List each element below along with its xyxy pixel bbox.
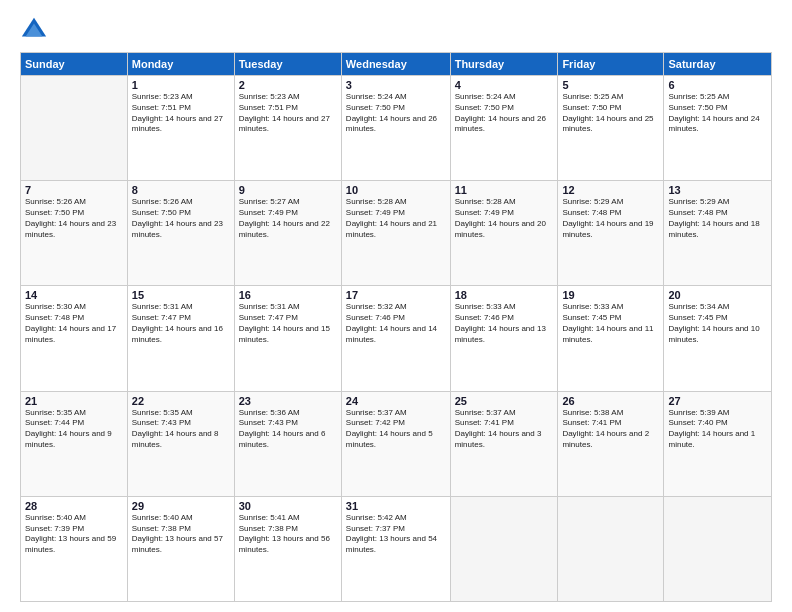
cell-info: Sunrise: 5:42 AM Sunset: 7:37 PM Dayligh… [346, 513, 446, 556]
weekday-header-row: SundayMondayTuesdayWednesdayThursdayFrid… [21, 53, 772, 76]
cell-info: Sunrise: 5:26 AM Sunset: 7:50 PM Dayligh… [132, 197, 230, 240]
cell-info: Sunrise: 5:40 AM Sunset: 7:39 PM Dayligh… [25, 513, 123, 556]
calendar-cell: 22Sunrise: 5:35 AM Sunset: 7:43 PM Dayli… [127, 391, 234, 496]
day-number: 18 [455, 289, 554, 301]
calendar-cell: 9Sunrise: 5:27 AM Sunset: 7:49 PM Daylig… [234, 181, 341, 286]
day-number: 12 [562, 184, 659, 196]
cell-info: Sunrise: 5:33 AM Sunset: 7:46 PM Dayligh… [455, 302, 554, 345]
day-number: 31 [346, 500, 446, 512]
cell-info: Sunrise: 5:24 AM Sunset: 7:50 PM Dayligh… [455, 92, 554, 135]
calendar-cell: 17Sunrise: 5:32 AM Sunset: 7:46 PM Dayli… [341, 286, 450, 391]
weekday-header-thursday: Thursday [450, 53, 558, 76]
cell-info: Sunrise: 5:35 AM Sunset: 7:44 PM Dayligh… [25, 408, 123, 451]
calendar-cell: 30Sunrise: 5:41 AM Sunset: 7:38 PM Dayli… [234, 496, 341, 601]
weekday-header-monday: Monday [127, 53, 234, 76]
weekday-header-sunday: Sunday [21, 53, 128, 76]
logo-icon [20, 16, 48, 44]
calendar-cell: 13Sunrise: 5:29 AM Sunset: 7:48 PM Dayli… [664, 181, 772, 286]
calendar-cell: 5Sunrise: 5:25 AM Sunset: 7:50 PM Daylig… [558, 76, 664, 181]
calendar-week-4: 28Sunrise: 5:40 AM Sunset: 7:39 PM Dayli… [21, 496, 772, 601]
day-number: 27 [668, 395, 767, 407]
day-number: 23 [239, 395, 337, 407]
weekday-header-saturday: Saturday [664, 53, 772, 76]
cell-info: Sunrise: 5:31 AM Sunset: 7:47 PM Dayligh… [132, 302, 230, 345]
cell-info: Sunrise: 5:28 AM Sunset: 7:49 PM Dayligh… [455, 197, 554, 240]
calendar-week-0: 1Sunrise: 5:23 AM Sunset: 7:51 PM Daylig… [21, 76, 772, 181]
calendar-cell: 15Sunrise: 5:31 AM Sunset: 7:47 PM Dayli… [127, 286, 234, 391]
calendar-cell: 12Sunrise: 5:29 AM Sunset: 7:48 PM Dayli… [558, 181, 664, 286]
day-number: 25 [455, 395, 554, 407]
cell-info: Sunrise: 5:40 AM Sunset: 7:38 PM Dayligh… [132, 513, 230, 556]
calendar-cell: 4Sunrise: 5:24 AM Sunset: 7:50 PM Daylig… [450, 76, 558, 181]
cell-info: Sunrise: 5:41 AM Sunset: 7:38 PM Dayligh… [239, 513, 337, 556]
cell-info: Sunrise: 5:29 AM Sunset: 7:48 PM Dayligh… [562, 197, 659, 240]
calendar-week-3: 21Sunrise: 5:35 AM Sunset: 7:44 PM Dayli… [21, 391, 772, 496]
cell-info: Sunrise: 5:23 AM Sunset: 7:51 PM Dayligh… [132, 92, 230, 135]
day-number: 28 [25, 500, 123, 512]
cell-info: Sunrise: 5:30 AM Sunset: 7:48 PM Dayligh… [25, 302, 123, 345]
day-number: 22 [132, 395, 230, 407]
day-number: 16 [239, 289, 337, 301]
day-number: 8 [132, 184, 230, 196]
cell-info: Sunrise: 5:35 AM Sunset: 7:43 PM Dayligh… [132, 408, 230, 451]
cell-info: Sunrise: 5:37 AM Sunset: 7:41 PM Dayligh… [455, 408, 554, 451]
header [20, 16, 772, 44]
cell-info: Sunrise: 5:27 AM Sunset: 7:49 PM Dayligh… [239, 197, 337, 240]
cell-info: Sunrise: 5:33 AM Sunset: 7:45 PM Dayligh… [562, 302, 659, 345]
day-number: 10 [346, 184, 446, 196]
calendar-week-2: 14Sunrise: 5:30 AM Sunset: 7:48 PM Dayli… [21, 286, 772, 391]
calendar-cell: 6Sunrise: 5:25 AM Sunset: 7:50 PM Daylig… [664, 76, 772, 181]
weekday-header-wednesday: Wednesday [341, 53, 450, 76]
calendar-cell: 1Sunrise: 5:23 AM Sunset: 7:51 PM Daylig… [127, 76, 234, 181]
calendar-cell: 10Sunrise: 5:28 AM Sunset: 7:49 PM Dayli… [341, 181, 450, 286]
calendar-week-1: 7Sunrise: 5:26 AM Sunset: 7:50 PM Daylig… [21, 181, 772, 286]
day-number: 4 [455, 79, 554, 91]
day-number: 17 [346, 289, 446, 301]
calendar-cell: 29Sunrise: 5:40 AM Sunset: 7:38 PM Dayli… [127, 496, 234, 601]
day-number: 2 [239, 79, 337, 91]
calendar-cell [21, 76, 128, 181]
calendar-cell: 25Sunrise: 5:37 AM Sunset: 7:41 PM Dayli… [450, 391, 558, 496]
calendar-cell: 8Sunrise: 5:26 AM Sunset: 7:50 PM Daylig… [127, 181, 234, 286]
calendar-cell: 27Sunrise: 5:39 AM Sunset: 7:40 PM Dayli… [664, 391, 772, 496]
cell-info: Sunrise: 5:31 AM Sunset: 7:47 PM Dayligh… [239, 302, 337, 345]
calendar-cell: 2Sunrise: 5:23 AM Sunset: 7:51 PM Daylig… [234, 76, 341, 181]
calendar-cell: 28Sunrise: 5:40 AM Sunset: 7:39 PM Dayli… [21, 496, 128, 601]
logo [20, 16, 52, 44]
cell-info: Sunrise: 5:39 AM Sunset: 7:40 PM Dayligh… [668, 408, 767, 451]
calendar-cell: 14Sunrise: 5:30 AM Sunset: 7:48 PM Dayli… [21, 286, 128, 391]
calendar-cell: 23Sunrise: 5:36 AM Sunset: 7:43 PM Dayli… [234, 391, 341, 496]
calendar-cell [558, 496, 664, 601]
day-number: 1 [132, 79, 230, 91]
calendar-cell: 11Sunrise: 5:28 AM Sunset: 7:49 PM Dayli… [450, 181, 558, 286]
day-number: 7 [25, 184, 123, 196]
cell-info: Sunrise: 5:34 AM Sunset: 7:45 PM Dayligh… [668, 302, 767, 345]
calendar-cell: 31Sunrise: 5:42 AM Sunset: 7:37 PM Dayli… [341, 496, 450, 601]
day-number: 20 [668, 289, 767, 301]
day-number: 15 [132, 289, 230, 301]
calendar-cell: 21Sunrise: 5:35 AM Sunset: 7:44 PM Dayli… [21, 391, 128, 496]
day-number: 9 [239, 184, 337, 196]
cell-info: Sunrise: 5:25 AM Sunset: 7:50 PM Dayligh… [668, 92, 767, 135]
cell-info: Sunrise: 5:26 AM Sunset: 7:50 PM Dayligh… [25, 197, 123, 240]
cell-info: Sunrise: 5:24 AM Sunset: 7:50 PM Dayligh… [346, 92, 446, 135]
cell-info: Sunrise: 5:32 AM Sunset: 7:46 PM Dayligh… [346, 302, 446, 345]
calendar-cell: 16Sunrise: 5:31 AM Sunset: 7:47 PM Dayli… [234, 286, 341, 391]
calendar-cell: 7Sunrise: 5:26 AM Sunset: 7:50 PM Daylig… [21, 181, 128, 286]
day-number: 13 [668, 184, 767, 196]
cell-info: Sunrise: 5:29 AM Sunset: 7:48 PM Dayligh… [668, 197, 767, 240]
calendar-cell: 26Sunrise: 5:38 AM Sunset: 7:41 PM Dayli… [558, 391, 664, 496]
day-number: 14 [25, 289, 123, 301]
page: SundayMondayTuesdayWednesdayThursdayFrid… [0, 0, 792, 612]
day-number: 30 [239, 500, 337, 512]
day-number: 19 [562, 289, 659, 301]
calendar-cell [450, 496, 558, 601]
day-number: 26 [562, 395, 659, 407]
calendar-cell: 19Sunrise: 5:33 AM Sunset: 7:45 PM Dayli… [558, 286, 664, 391]
calendar-cell [664, 496, 772, 601]
cell-info: Sunrise: 5:23 AM Sunset: 7:51 PM Dayligh… [239, 92, 337, 135]
calendar-cell: 24Sunrise: 5:37 AM Sunset: 7:42 PM Dayli… [341, 391, 450, 496]
calendar-cell: 20Sunrise: 5:34 AM Sunset: 7:45 PM Dayli… [664, 286, 772, 391]
calendar-cell: 3Sunrise: 5:24 AM Sunset: 7:50 PM Daylig… [341, 76, 450, 181]
calendar-table: SundayMondayTuesdayWednesdayThursdayFrid… [20, 52, 772, 602]
